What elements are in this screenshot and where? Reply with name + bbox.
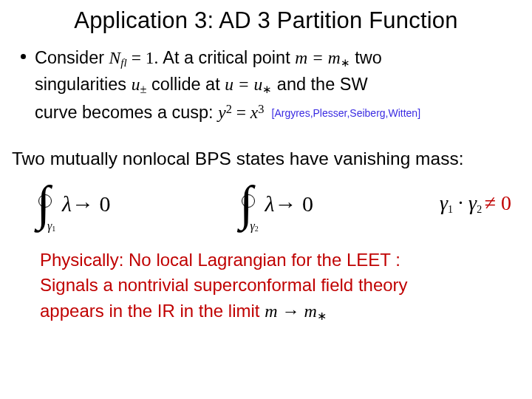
conclusion-block: Physically: No local Lagrangian for the … [40, 248, 505, 325]
gamma-sub-n: 1 [52, 225, 55, 233]
g2n: 2 [477, 204, 485, 215]
m-var: m [265, 301, 277, 321]
math-m-eq-mstar: m = m [295, 48, 341, 67]
text: two [350, 48, 382, 67]
math-nfl-sub: fl [120, 56, 126, 69]
text: appears in the IR in the limit [40, 301, 265, 321]
math-star: ∗ [341, 56, 350, 69]
neq-zero: ≠ 0 [485, 191, 511, 214]
lambda: λ [62, 191, 72, 216]
contour-integral-icon: ∫ γ2 [237, 180, 262, 228]
red-line-3: appears in the IR in the limit m → m∗ [40, 299, 505, 325]
contour-integral-icon: ∫ γ1 [34, 180, 59, 228]
math-y: y [218, 103, 225, 122]
red-line-2: Signals a nontrivial superconformal fiel… [40, 273, 505, 299]
text: collide at [146, 75, 225, 94]
math-eq: = [232, 103, 250, 122]
arrow: → [278, 301, 304, 321]
equation-row: ∫ γ1 λ → 0 ∫ γ2 λ → 0 γ1 · γ2 ≠ 0 [34, 180, 511, 228]
m-var2: m [304, 301, 317, 321]
lambda: λ [265, 191, 275, 216]
integral-gamma2: ∫ γ2 λ → 0 [237, 180, 314, 228]
math-star2: ∗ [262, 83, 272, 95]
math-nfl: N [109, 48, 121, 67]
red-line-1: Physically: No local Lagrangian for the … [40, 248, 505, 273]
math-u-eq-ustar: u = u [225, 75, 262, 94]
math-y-exp: 2 [226, 102, 232, 116]
text: singularities [35, 75, 132, 94]
text: curve becomes a cusp: [35, 103, 218, 122]
slide-title: Application 3: AD 3 Partition Function [10, 7, 522, 34]
math-nfl-eq: = 1. [127, 48, 163, 67]
integral-gamma1: ∫ γ1 λ → 0 [34, 180, 111, 228]
slide: Application 3: AD 3 Partition Function C… [0, 0, 532, 399]
to-zero: → 0 [72, 191, 111, 216]
text: Consider [35, 48, 109, 67]
text: and the SW [272, 75, 367, 94]
bullet-item: Consider Nfl = 1. At a critical point m … [21, 44, 514, 126]
dot: · [453, 191, 468, 214]
subheading: Two mutually nonlocal BPS states have va… [10, 149, 522, 169]
to-zero: → 0 [275, 191, 314, 216]
bullet-text: Consider Nfl = 1. At a critical point m … [35, 44, 420, 126]
g2: γ [468, 191, 477, 214]
math-x: x [250, 103, 258, 122]
bullet-dot [21, 54, 26, 59]
gamma-sub-n: 2 [255, 225, 259, 233]
text: At a critical point [163, 48, 295, 67]
math-u: u [132, 75, 140, 94]
m-star: ∗ [317, 310, 327, 322]
math-x-exp: 3 [258, 102, 264, 116]
intersection-number: γ1 · γ2 ≠ 0 [440, 191, 511, 216]
g1: γ [440, 191, 448, 214]
citation: [Argyres,Plesser,Seiberg,Witten] [272, 107, 421, 119]
